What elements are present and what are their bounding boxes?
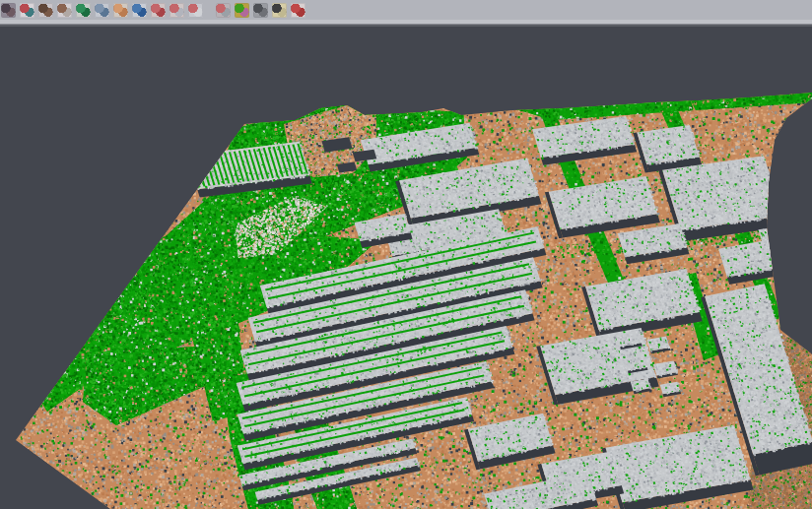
classification-colors-icon[interactable] xyxy=(235,3,249,18)
red-layers-icon[interactable] xyxy=(291,3,305,18)
terrain-brown-icon[interactable] xyxy=(38,3,53,18)
clip-box-icon[interactable] xyxy=(216,3,231,18)
ortho-tile-icon[interactable] xyxy=(113,3,128,18)
viewport-3d-pointcloud[interactable] xyxy=(0,27,812,509)
points-dark-icon[interactable] xyxy=(1,3,16,18)
application-window xyxy=(0,0,812,509)
selection-box-icon[interactable] xyxy=(188,3,203,18)
red-list-icon[interactable] xyxy=(151,3,166,18)
classify-points-icon[interactable] xyxy=(20,3,34,18)
delete-cross-icon[interactable] xyxy=(272,3,287,18)
sample-points-icon[interactable] xyxy=(57,3,72,18)
terrain-green-icon[interactable] xyxy=(76,3,91,18)
main-toolbar xyxy=(0,0,812,20)
column-icon[interactable] xyxy=(95,3,109,18)
globe-icon[interactable] xyxy=(132,3,147,18)
red-ring-icon[interactable] xyxy=(169,3,184,18)
camera-icon[interactable] xyxy=(253,3,268,18)
